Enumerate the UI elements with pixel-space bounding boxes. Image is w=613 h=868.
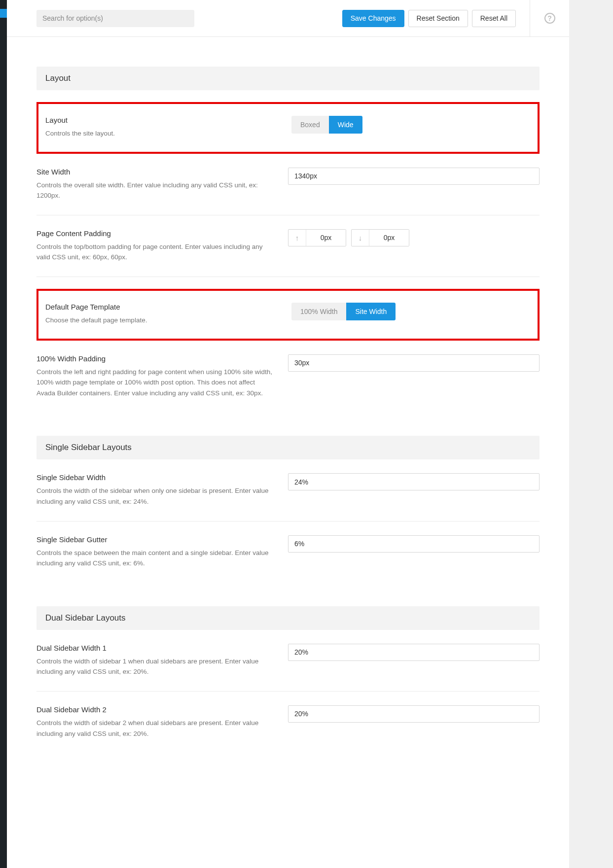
padding-top-input[interactable] xyxy=(306,230,346,246)
search-input[interactable] xyxy=(36,10,194,27)
dual-width2-input[interactable] xyxy=(288,705,540,723)
dual-width1-title: Dual Sidebar Width 1 xyxy=(36,644,273,652)
section-header-layout: Layout xyxy=(36,67,540,90)
single-width-title: Single Sidebar Width xyxy=(36,473,273,482)
dual-width2-desc: Controls the width of sidebar 2 when dua… xyxy=(36,718,273,739)
single-width-input[interactable] xyxy=(288,473,540,490)
single-gutter-desc: Controls the space between the main cont… xyxy=(36,548,273,569)
topbar: Save Changes Reset Section Reset All ? xyxy=(7,0,569,37)
padding-top-wrap: ↑ xyxy=(288,229,346,246)
full-padding-desc: Controls the left and right padding for … xyxy=(36,367,273,399)
highlight-default-template: Default Page Template Choose the default… xyxy=(36,289,540,341)
help-icon[interactable]: ? xyxy=(544,13,555,24)
options-panel: Save Changes Reset Section Reset All ? L… xyxy=(7,0,569,868)
section-header-dual-sidebar: Dual Sidebar Layouts xyxy=(36,606,540,630)
template-toggle: 100% Width Site Width xyxy=(291,303,396,320)
padding-bottom-input[interactable] xyxy=(369,230,409,246)
layout-desc: Controls the site layout. xyxy=(45,128,277,139)
dual-width1-desc: Controls the width of sidebar 1 when dua… xyxy=(36,656,273,677)
layout-boxed-button[interactable]: Boxed xyxy=(291,116,329,134)
padding-bottom-wrap: ↓ xyxy=(351,229,409,246)
section-header-single-sidebar: Single Sidebar Layouts xyxy=(36,436,540,459)
default-template-desc: Choose the default page template. xyxy=(45,315,277,326)
layout-toggle: Boxed Wide xyxy=(291,116,362,134)
template-100-button[interactable]: 100% Width xyxy=(291,303,346,320)
reset-all-button[interactable]: Reset All xyxy=(472,10,516,27)
single-width-desc: Controls the width of the sidebar when o… xyxy=(36,486,273,507)
dual-width1-input[interactable] xyxy=(288,644,540,661)
full-padding-title: 100% Width Padding xyxy=(36,354,273,363)
site-width-desc: Controls the overall site width. Enter v… xyxy=(36,180,273,201)
single-gutter-title: Single Sidebar Gutter xyxy=(36,535,273,544)
full-padding-input[interactable] xyxy=(288,354,540,372)
dual-width2-title: Dual Sidebar Width 2 xyxy=(36,705,273,714)
right-gap xyxy=(569,0,613,868)
save-changes-button[interactable]: Save Changes xyxy=(342,10,404,27)
arrow-up-icon: ↑ xyxy=(288,230,306,246)
single-gutter-input[interactable] xyxy=(288,535,540,553)
admin-sidebar-rail xyxy=(0,0,7,868)
site-width-title: Site Width xyxy=(36,168,273,176)
layout-wide-button[interactable]: Wide xyxy=(329,116,362,134)
active-menu-notch xyxy=(0,9,7,18)
arrow-down-icon: ↓ xyxy=(352,230,369,246)
page-padding-desc: Controls the top/bottom padding for page… xyxy=(36,242,273,263)
content-area: Layout Layout Controls the site layout. … xyxy=(7,37,569,772)
default-template-title: Default Page Template xyxy=(45,303,277,311)
page-padding-title: Page Content Padding xyxy=(36,229,273,238)
reset-section-button[interactable]: Reset Section xyxy=(408,10,468,27)
help-area: ? xyxy=(530,0,569,37)
site-width-input[interactable] xyxy=(288,168,540,185)
layout-title: Layout xyxy=(45,116,277,124)
template-site-button[interactable]: Site Width xyxy=(346,303,396,320)
highlight-layout: Layout Controls the site layout. Boxed W… xyxy=(36,102,540,154)
